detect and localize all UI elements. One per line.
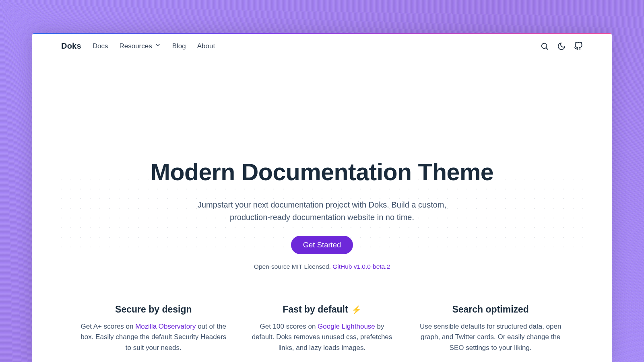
nav-right — [540, 42, 583, 51]
nav-link-docs[interactable]: Docs — [93, 42, 108, 50]
theme-toggle-icon[interactable] — [557, 42, 566, 51]
feature-secure-title: Secure by design — [115, 304, 192, 315]
svg-line-1 — [546, 48, 548, 49]
feature-fast-title-text: Fast by default — [283, 304, 348, 315]
feature-secure-body: Get A+ scores on Mozilla Observatory out… — [80, 321, 227, 353]
nav-link-resources-label: Resources — [119, 42, 152, 50]
github-version-link[interactable]: GitHub v1.0.0-beta.2 — [332, 263, 390, 270]
brand-logo[interactable]: Doks — [61, 41, 81, 51]
browser-window: Doks Docs Resources Blog About — [32, 33, 612, 362]
feature-seo-body: Use sensible defaults for structured dat… — [417, 321, 564, 353]
feature-fast-body: Get 100 scores on Google Lighthouse by d… — [248, 321, 396, 353]
feature-secure-body-before: Get A+ scores on — [81, 323, 136, 330]
page-title: Modern Documentation Theme — [56, 158, 588, 186]
feature-secure: Secure by design Get A+ scores on Mozill… — [80, 304, 227, 353]
feature-seo: Search optimized Use sensible defaults f… — [417, 304, 564, 353]
google-lighthouse-link[interactable]: Google Lighthouse — [318, 323, 375, 330]
navbar: Doks Docs Resources Blog About — [32, 34, 612, 55]
get-started-button[interactable]: Get Started — [291, 236, 353, 254]
chevron-down-icon — [155, 42, 161, 50]
license-prefix: Open-source MIT Licensed. — [254, 263, 332, 270]
feature-fast-title: Fast by default ⚡ — [283, 304, 361, 315]
nav-link-resources[interactable]: Resources — [119, 42, 161, 50]
license-text: Open-source MIT Licensed. GitHub v1.0.0-… — [56, 263, 588, 270]
nav-left: Doks Docs Resources Blog About — [61, 41, 215, 51]
feature-seo-title: Search optimized — [452, 304, 528, 315]
hero-section: Modern Documentation Theme Jumpstart you… — [32, 55, 612, 286]
feature-fast-body-before: Get 100 scores on — [260, 323, 318, 330]
features-grid: Secure by design Get A+ scores on Mozill… — [32, 286, 612, 362]
hero-lead: Jumpstart your next documentation projec… — [185, 199, 459, 224]
lightning-icon: ⚡ — [351, 305, 361, 315]
mozilla-observatory-link[interactable]: Mozilla Observatory — [135, 323, 196, 330]
github-icon[interactable] — [574, 42, 583, 51]
search-icon[interactable] — [540, 42, 549, 51]
nav-link-blog[interactable]: Blog — [172, 42, 186, 50]
feature-fast: Fast by default ⚡ Get 100 scores on Goog… — [248, 304, 396, 353]
nav-link-about[interactable]: About — [197, 42, 215, 50]
